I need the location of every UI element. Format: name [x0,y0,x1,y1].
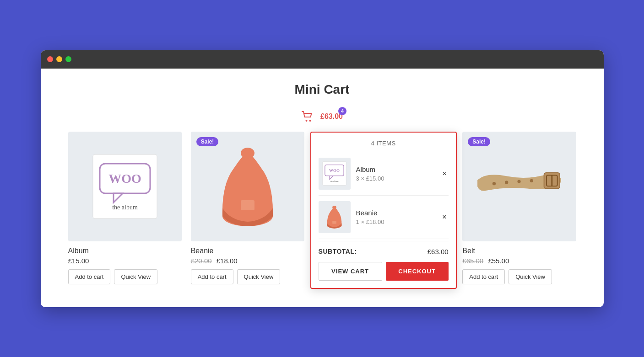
cart-badge: 4 [338,107,346,115]
cart-item-qty-album: 3 × £15.00 [356,175,435,182]
product-actions-album: Add to cart Quick View [68,269,182,284]
svg-point-17 [332,206,336,209]
product-card-album: WOO the album Album £15.00 Add to cart Q… [68,132,182,284]
quick-view-album[interactable]: Quick View [114,269,157,284]
cart-icon [301,111,314,123]
svg-point-1 [309,120,311,122]
sale-badge-beanie: Sale! [196,137,219,146]
cart-item-img-beanie [319,201,351,233]
svg-text:WOO: WOO [108,171,141,186]
svg-point-22 [518,180,521,183]
beanie-illustration [213,143,282,230]
album-illustration: WOO the album [88,150,162,223]
page-content: Mini Cart 4 £63.00 [41,69,604,307]
product-name-belt: Belt [462,247,576,255]
page-title: Mini Cart [68,82,576,97]
svg-text:the album: the album [330,180,339,182]
belt-illustration [473,155,565,218]
product-actions-beanie: Add to cart Quick View [191,269,304,284]
checkout-button[interactable]: CHECKOUT [386,262,449,281]
product-image-belt: Sale! [462,132,576,241]
svg-point-20 [492,182,496,185]
subtotal-label: SUBTOTAL: [319,248,357,255]
cart-item-img-album: WOO the album [319,158,351,190]
close-button[interactable] [47,56,53,62]
product-card-belt: Sale! [462,132,576,284]
mini-cart-column: 4 ITEMS WOO the album [314,132,453,284]
cart-subtotal: SUBTOTAL: £63.00 [319,241,449,262]
product-name-beanie: Beanie [191,247,304,255]
belt-old-price: £65.00 [462,257,483,265]
add-to-cart-belt[interactable]: Add to cart [462,269,505,284]
quick-view-beanie[interactable]: Quick View [237,269,281,284]
svg-rect-16 [332,221,336,224]
svg-point-0 [306,120,308,122]
cart-beanie-thumbnail [322,204,347,229]
svg-text:WOO: WOO [329,168,340,173]
product-image-album: WOO the album [68,132,182,241]
subtotal-value: £63.00 [428,248,449,256]
cart-icon-wrapper[interactable]: 4 £63.00 [301,111,343,123]
cart-item-qty-beanie: 1 × £18.00 [356,218,435,225]
mini-cart-dropdown: 4 ITEMS WOO the album [310,132,457,289]
product-card-beanie: Sale! Beanie £ [191,132,304,284]
remove-album-button[interactable]: × [440,168,448,180]
product-image-beanie: Sale! [191,132,304,241]
product-price-belt: £65.00 £55.00 [462,257,576,265]
quick-view-belt[interactable]: Quick View [509,269,552,284]
products-and-cart: WOO the album Album £15.00 Add to cart Q… [68,132,576,284]
add-to-cart-beanie[interactable]: Add to cart [191,269,233,284]
cart-buttons: VIEW CART CHECKOUT [319,262,449,281]
product-price-album: £15.00 [68,257,182,265]
cart-area: 4 £63.00 [68,111,576,123]
product-actions-belt: Add to cart Quick View [462,269,576,284]
product-name-album: Album [68,247,182,255]
svg-point-9 [241,148,254,159]
beanie-old-price: £20.00 [191,257,212,265]
view-cart-button[interactable]: VIEW CART [319,262,382,281]
svg-text:the album: the album [112,204,138,211]
cart-item-name-album: Album [356,165,435,173]
cart-items-count: 4 ITEMS [319,140,449,147]
cart-item-info-beanie: Beanie 1 × £18.00 [356,209,435,225]
svg-point-21 [505,181,509,184]
album-price: £15.00 [68,257,89,265]
browser-window: Mini Cart 4 £63.00 [41,50,604,307]
sale-badge-belt: Sale! [468,137,490,146]
belt-new-price: £55.00 [488,257,509,265]
minimize-button[interactable] [56,56,62,62]
maximize-button[interactable] [65,56,71,62]
remove-beanie-button[interactable]: × [440,211,448,223]
cart-item-info-album: Album 3 × £15.00 [356,165,435,182]
beanie-new-price: £18.00 [216,257,238,265]
cart-item-name-beanie: Beanie [356,209,435,217]
svg-point-23 [530,179,533,182]
add-to-cart-album[interactable]: Add to cart [68,269,111,284]
svg-rect-8 [241,200,254,210]
browser-titlebar [41,50,604,69]
cart-item-beanie: Beanie 1 × £18.00 × [319,196,449,239]
product-price-beanie: £20.00 £18.00 [191,257,304,265]
cart-item-album: WOO the album Album 3 × £15.00 × [319,152,449,196]
cart-album-thumbnail: WOO the album [322,161,347,186]
